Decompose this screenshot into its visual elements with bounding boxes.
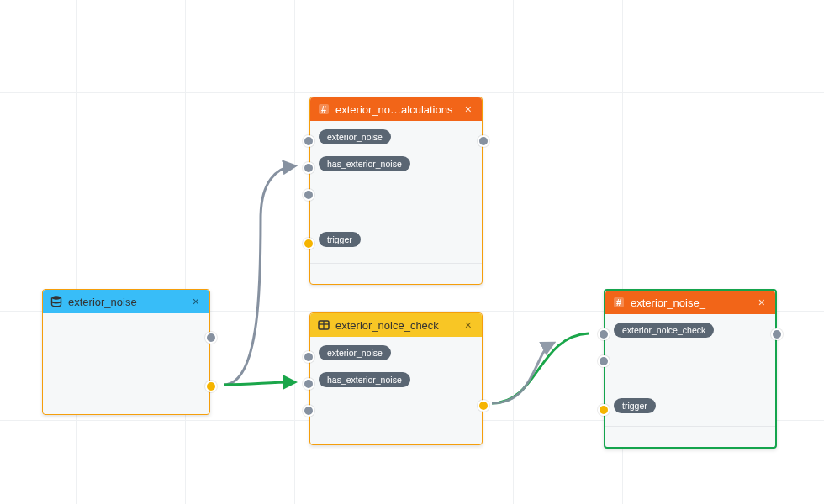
hash-icon: #	[317, 102, 330, 116]
port-label-trigger: trigger	[319, 232, 361, 247]
node-exterior-noice-check[interactable]: exterior_noice_check × exterior_noise ha…	[309, 312, 483, 445]
node-body: exterior_noise has_exterior_noise	[310, 337, 482, 446]
close-icon[interactable]: ×	[462, 102, 475, 117]
node-body	[43, 313, 209, 381]
node-header[interactable]: # exterior_no…alculations ×	[310, 97, 482, 121]
node-exterior-noise-final[interactable]: # exterior_noise_ × exterior_noice_check…	[604, 289, 777, 449]
database-icon	[50, 295, 63, 308]
node-title: exterior_noice_check	[335, 319, 462, 332]
svg-point-0	[52, 296, 61, 299]
port-in-exterior-noise[interactable]	[303, 351, 314, 363]
node-exterior-noise-calculations[interactable]: # exterior_no…alculations × exterior_noi…	[309, 97, 483, 285]
node-body: exterior_noise has_exterior_noise trigge…	[310, 121, 482, 286]
port-out-trigger[interactable]	[205, 381, 217, 392]
node-header[interactable]: exterior_noise ×	[43, 290, 209, 313]
port-in-extra[interactable]	[303, 405, 314, 417]
node-title: exterior_noise_	[631, 297, 755, 309]
port-in-trigger[interactable]	[303, 238, 314, 249]
port-in-extra[interactable]	[598, 355, 610, 367]
port-in-extra[interactable]	[303, 189, 314, 201]
hash-icon: #	[612, 296, 626, 309]
node-exterior-noise[interactable]: exterior_noise ×	[42, 289, 210, 415]
port-label-trigger: trigger	[614, 398, 656, 413]
port-in-exterior-noice-check[interactable]	[598, 328, 610, 340]
svg-text:#: #	[616, 297, 621, 307]
port-out[interactable]	[478, 135, 489, 147]
port-out-gray[interactable]	[205, 332, 217, 344]
node-header[interactable]: exterior_noice_check ×	[310, 313, 482, 337]
port-in-exterior-noise[interactable]	[303, 135, 314, 147]
port-in-trigger[interactable]	[598, 404, 610, 416]
port-label-has-exterior-noise: has_exterior_noise	[319, 372, 410, 387]
close-icon[interactable]: ×	[462, 318, 475, 333]
close-icon[interactable]: ×	[755, 295, 769, 310]
port-label-exterior-noise: exterior_noise	[319, 129, 391, 144]
port-out-trigger[interactable]	[478, 400, 489, 412]
port-out[interactable]	[771, 328, 783, 340]
close-icon[interactable]: ×	[189, 294, 203, 309]
table-icon	[317, 318, 330, 332]
node-body: exterior_noice_check trigger	[605, 314, 775, 449]
port-in-has-exterior-noise[interactable]	[303, 162, 314, 174]
svg-text:#: #	[321, 104, 326, 114]
node-header[interactable]: # exterior_noise_ ×	[605, 291, 775, 314]
port-in-has-exterior-noise[interactable]	[303, 378, 314, 390]
node-title: exterior_no…alculations	[335, 103, 462, 116]
port-label-has-exterior-noise: has_exterior_noise	[319, 156, 410, 171]
port-label-exterior-noice-check: exterior_noice_check	[614, 323, 714, 338]
node-title: exterior_noise	[68, 296, 189, 308]
port-label-exterior-noise: exterior_noise	[319, 345, 391, 360]
